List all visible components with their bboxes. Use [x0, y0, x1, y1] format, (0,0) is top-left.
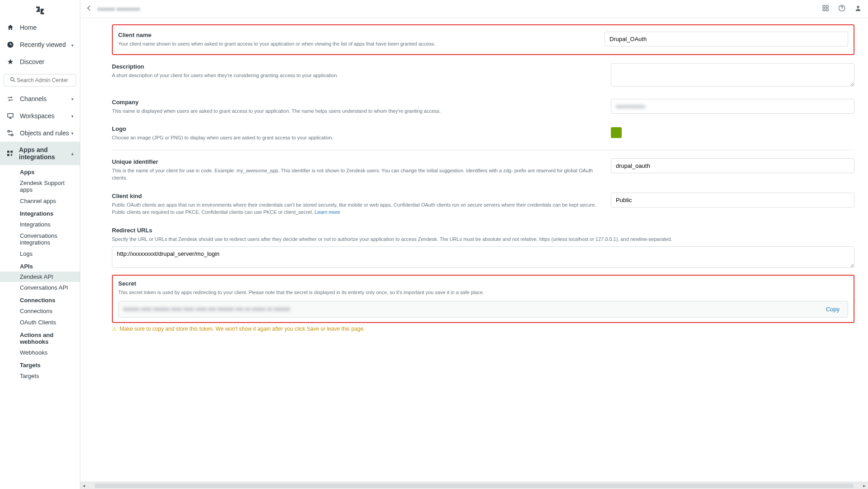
sidebar-subheading-actions: Actions and webhooks: [0, 328, 80, 347]
sidebar-subheading-connections: Connections: [0, 293, 80, 305]
sidebar-subheading-integrations: Integrations: [0, 207, 80, 219]
sidebar-section-apps-integrations[interactable]: Apps and integrations: [0, 142, 80, 165]
search-icon: [10, 77, 15, 84]
sidebar-section-channels[interactable]: Channels: [0, 90, 80, 107]
sidebar-item-label: Discover: [20, 58, 44, 65]
chevron-down-icon: [71, 114, 74, 119]
sidebar-item-label: Recently viewed: [20, 41, 66, 48]
sidebar: Home Recently viewed Discover Channels: [0, 0, 80, 489]
svg-rect-3: [8, 114, 13, 117]
client-name-help: Your client name shown to users when ask…: [118, 40, 598, 48]
sidebar-sub-webhooks[interactable]: Webhooks: [0, 347, 80, 358]
star-icon: [6, 58, 14, 66]
back-button[interactable]: [87, 5, 91, 13]
secret-help: This secret token is used by apps redire…: [118, 289, 848, 296]
secret-warning: ⚠ Make sure to copy and store this token…: [112, 326, 854, 332]
company-label: Company: [112, 99, 605, 106]
learn-more-link[interactable]: Learn more: [314, 209, 340, 215]
secret-value: xxxxxx xxxx xxxxxx xxxx xxxx xxxx xxx xx…: [123, 306, 822, 312]
redirect-urls-help: Specify the URL or URLs that Zendesk sho…: [112, 235, 854, 243]
zendesk-logo[interactable]: [0, 0, 80, 19]
breadcrumb: xxxxxx xxxxxxxx: [97, 5, 140, 12]
monitor-icon: [6, 112, 14, 120]
client-name-highlight: Client name Your client name shown to us…: [112, 24, 854, 55]
sidebar-search: [4, 74, 76, 87]
home-icon: [6, 23, 14, 32]
copy-button[interactable]: Copy: [822, 304, 843, 314]
sidebar-sub-targets[interactable]: Targets: [0, 370, 80, 382]
sidebar-section-label: Workspaces: [20, 112, 55, 120]
client-kind-help: Public OAuth clients are apps that run i…: [112, 201, 605, 216]
logo-help: Choose an image (JPG or PNG) to display …: [112, 134, 605, 142]
description-input[interactable]: [611, 63, 854, 87]
sidebar-sub-zendesk-api[interactable]: Zendesk API: [0, 272, 80, 282]
secret-field: xxxxxx xxxx xxxxxx xxxx xxxx xxxx xxx xx…: [118, 301, 848, 318]
clock-icon: [6, 41, 14, 49]
svg-rect-8: [7, 151, 9, 153]
sidebar-sub-channel-apps[interactable]: Channel apps: [0, 195, 80, 207]
sidebar-home[interactable]: Home: [0, 19, 80, 36]
chevron-down-icon: [71, 41, 74, 48]
svg-rect-14: [826, 9, 828, 11]
client-name-input[interactable]: [605, 32, 848, 46]
objects-icon: [6, 129, 14, 137]
svg-point-16: [857, 6, 859, 8]
company-input[interactable]: xxxxxxxxxx: [611, 99, 854, 114]
user-icon[interactable]: [854, 5, 862, 13]
chevron-up-icon: [71, 151, 74, 156]
sidebar-section-label: Apps and integrations: [19, 146, 71, 161]
sidebar-discover[interactable]: Discover: [0, 53, 80, 70]
secret-warning-text: Make sure to copy and store this token. …: [120, 326, 365, 332]
chevron-down-icon: [71, 97, 74, 101]
warning-icon: ⚠: [112, 326, 117, 332]
unique-identifier-help: This is the name of your client for use …: [112, 167, 605, 182]
sidebar-sub-conversations-api[interactable]: Conversations API: [0, 282, 80, 293]
horizontal-scrollbar[interactable]: ◄ ►: [80, 482, 868, 489]
grid-icon[interactable]: [822, 5, 829, 13]
chevron-down-icon: [71, 131, 74, 136]
svg-rect-11: [823, 5, 825, 8]
client-kind-input[interactable]: [611, 193, 854, 208]
description-label: Description: [112, 63, 605, 70]
logo-preview[interactable]: [611, 127, 622, 138]
scroll-track[interactable]: [95, 484, 854, 488]
sidebar-section-objects[interactable]: Objects and rules: [0, 125, 80, 142]
logo-label: Logo: [112, 125, 605, 132]
description-help: A short description of your client for u…: [112, 72, 605, 79]
svg-line-2: [14, 81, 15, 82]
sidebar-subheading-apps: Apps: [0, 165, 80, 177]
apps-icon: [6, 149, 14, 157]
sidebar-subheading-targets: Targets: [0, 358, 80, 370]
sidebar-section-workspaces[interactable]: Workspaces: [0, 107, 80, 125]
secret-label: Secret: [118, 280, 848, 287]
divider: [112, 150, 854, 150]
sidebar-section-label: Channels: [20, 95, 46, 102]
unique-identifier-label: Unique identifier: [112, 158, 605, 165]
svg-rect-10: [7, 154, 9, 156]
help-icon[interactable]: [838, 5, 845, 13]
scroll-right-arrow[interactable]: ►: [861, 484, 868, 488]
sidebar-nav-scroll: Channels Workspaces Objects and rules Ap…: [0, 90, 80, 489]
form-content: Client name Your client name shown to us…: [80, 18, 868, 482]
svg-rect-9: [10, 151, 13, 153]
sidebar-sub-oauth-clients[interactable]: OAuth Clients: [0, 317, 80, 328]
svg-rect-12: [826, 5, 828, 8]
redirect-urls-input[interactable]: http://xxxxxxxxt/drupal_server/mo_login: [112, 246, 854, 268]
svg-point-6: [8, 130, 9, 132]
client-name-label: Client name: [118, 32, 598, 38]
scroll-left-arrow[interactable]: ◄: [80, 484, 88, 488]
company-help: This name is displayed when users are as…: [112, 107, 605, 115]
sidebar-sub-zendesk-support-apps[interactable]: Zendesk Support apps: [0, 177, 80, 195]
sidebar-sub-connections[interactable]: Connections: [0, 305, 80, 317]
sidebar-sub-conv-integrations[interactable]: Conversations integrations: [0, 230, 80, 248]
secret-highlight: Secret This secret token is used by apps…: [112, 275, 854, 323]
sidebar-recently-viewed[interactable]: Recently viewed: [0, 36, 80, 53]
arrows-icon: [6, 95, 14, 103]
svg-rect-13: [823, 9, 825, 11]
sidebar-sub-integrations[interactable]: Integrations: [0, 219, 80, 230]
unique-identifier-input[interactable]: [611, 158, 854, 173]
redirect-urls-label: Redirect URLs: [112, 227, 854, 234]
topbar: xxxxxx xxxxxxxx: [80, 0, 868, 18]
svg-point-1: [11, 78, 14, 81]
sidebar-sub-logs[interactable]: Logs: [0, 248, 80, 259]
